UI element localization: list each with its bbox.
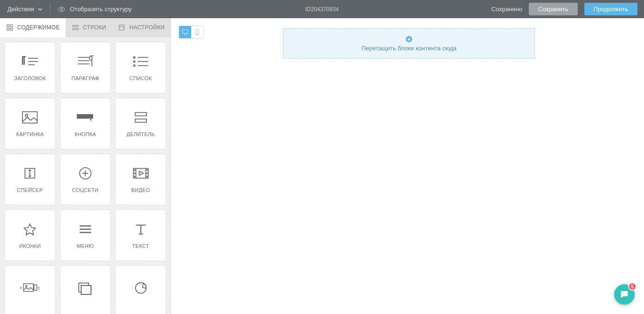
content-blocks-grid[interactable]: ЗАГОЛОВОК ПАРАГРАФ СПИСОК КАРТИНКА КНОПК… <box>0 37 171 314</box>
top-bar: Действия Отобразить структуру ID20437093… <box>0 0 644 18</box>
divider-icon <box>131 110 151 125</box>
chevron-down-icon <box>38 7 42 12</box>
grid-icon <box>6 24 14 31</box>
block-heading[interactable]: ЗАГОЛОВОК <box>5 42 55 93</box>
block-label: СПИСОК <box>130 75 152 81</box>
document-id: ID204370934 <box>305 6 339 13</box>
svg-rect-24 <box>135 112 146 116</box>
chat-widget-button[interactable]: 5 <box>614 284 635 305</box>
svg-point-35 <box>134 173 135 174</box>
editor-canvas[interactable]: Перетащить блоки контента сюда 5 <box>171 18 644 314</box>
eye-icon <box>58 6 65 13</box>
device-mobile-button[interactable] <box>191 26 203 38</box>
block-divider[interactable]: ДЕЛИТЕЛЬ <box>115 98 166 149</box>
upload-arrow-icon <box>406 36 412 42</box>
svg-point-16 <box>133 61 135 62</box>
image-icon <box>20 110 40 125</box>
svg-rect-2 <box>10 25 13 27</box>
heading-icon <box>20 54 40 69</box>
tab-rows-label: СТРОКИ <box>83 24 106 31</box>
tab-content[interactable]: СОДЕРЖИМОЕ <box>0 18 66 37</box>
topbar-left: Действия Отобразить структуру <box>0 0 139 18</box>
block-spacer[interactable]: СПЕЙСЕР <box>5 154 55 205</box>
svg-rect-43 <box>24 284 34 292</box>
saved-status: Сохранено <box>492 6 522 13</box>
video-icon <box>131 166 151 181</box>
svg-point-39 <box>146 176 147 177</box>
structure-label: Отобразить структуру <box>70 6 132 13</box>
actions-label: Действия <box>7 6 34 13</box>
rows-icon <box>72 24 79 31</box>
button-icon <box>76 110 95 125</box>
block-carousel[interactable] <box>5 266 55 314</box>
gallery-icon <box>76 280 95 295</box>
tab-settings-label: НАСТРОЙКИ <box>129 24 165 31</box>
toggle-structure-button[interactable]: Отобразить структуру <box>50 0 139 18</box>
block-button[interactable]: КНОПКА <box>60 98 111 149</box>
block-label: ВИДЕО <box>132 187 150 193</box>
svg-point-37 <box>146 170 147 171</box>
tab-content-label: СОДЕРЖИМОЕ <box>17 24 60 31</box>
left-panel: СОДЕРЖИМОЕ СТРОКИ НАСТРОЙКИ ЗАГОЛОВОК ПА… <box>0 18 171 314</box>
block-image[interactable]: КАРТИНКА <box>5 98 55 149</box>
block-label: ПАРАГРАФ <box>71 75 99 81</box>
svg-rect-7 <box>119 25 125 30</box>
block-menu[interactable]: МЕНЮ <box>60 210 111 261</box>
svg-rect-3 <box>7 28 9 31</box>
block-label: ИКОНКИ <box>19 243 41 249</box>
block-sticker[interactable] <box>115 266 166 314</box>
svg-point-22 <box>26 114 28 116</box>
block-label: СОЦСЕТИ <box>72 187 98 193</box>
actions-dropdown[interactable]: Действия <box>0 0 50 18</box>
svg-point-34 <box>134 170 135 171</box>
svg-rect-21 <box>23 112 38 123</box>
block-label: КАРТИНКА <box>16 131 44 137</box>
block-icons[interactable]: ИКОНКИ <box>5 210 55 261</box>
block-paragraph[interactable]: ПАРАГРАФ <box>60 42 111 93</box>
desktop-icon <box>181 28 189 36</box>
topbar-right: Сохранено Сохранить Продолжить <box>492 3 644 15</box>
menu-icon <box>76 222 95 237</box>
svg-rect-25 <box>135 119 146 122</box>
tab-rows[interactable]: СТРОКИ <box>66 18 112 37</box>
svg-rect-6 <box>73 28 78 30</box>
svg-rect-23 <box>77 114 93 119</box>
block-video[interactable]: ВИДЕО <box>115 154 166 205</box>
svg-point-0 <box>61 8 62 10</box>
svg-rect-5 <box>73 26 78 27</box>
spacer-icon <box>20 166 40 181</box>
paragraph-icon <box>76 54 95 69</box>
chat-icon <box>619 289 630 300</box>
block-label: ЗАГОЛОВОК <box>14 75 46 81</box>
save-button[interactable]: Сохранить <box>529 3 578 15</box>
svg-rect-1 <box>7 25 9 27</box>
svg-rect-50 <box>182 30 188 34</box>
svg-point-38 <box>146 173 147 174</box>
continue-button[interactable]: Продолжить <box>584 3 637 15</box>
block-label: СПЕЙСЕР <box>17 187 43 193</box>
block-social[interactable]: СОЦСЕТИ <box>60 154 111 205</box>
block-label: ДЕЛИТЕЛЬ <box>126 131 155 137</box>
svg-point-44 <box>26 286 27 287</box>
tab-settings[interactable]: НАСТРОЙКИ <box>112 18 171 37</box>
main-area: СОДЕРЖИМОЕ СТРОКИ НАСТРОЙКИ ЗАГОЛОВОК ПА… <box>0 18 644 314</box>
block-list[interactable]: СПИСОК <box>115 42 166 93</box>
sticker-icon <box>131 280 151 295</box>
svg-point-36 <box>134 176 135 177</box>
block-label: КНОПКА <box>75 131 96 137</box>
block-gallery[interactable] <box>60 266 111 314</box>
svg-point-15 <box>133 56 135 58</box>
star-icon <box>20 222 40 237</box>
svg-point-17 <box>133 65 135 67</box>
social-icon <box>76 166 95 181</box>
content-dropzone[interactable]: Перетащить блоки контента сюда <box>283 28 535 59</box>
text-icon <box>131 222 151 237</box>
block-label: МЕНЮ <box>77 243 94 249</box>
block-text[interactable]: ТЕКСТ <box>115 210 166 261</box>
device-preview-switch <box>179 26 204 39</box>
carousel-icon <box>20 280 40 295</box>
mobile-icon <box>194 28 201 36</box>
device-desktop-button[interactable] <box>179 26 191 38</box>
list-icon <box>131 54 151 69</box>
settings-icon <box>118 24 125 31</box>
